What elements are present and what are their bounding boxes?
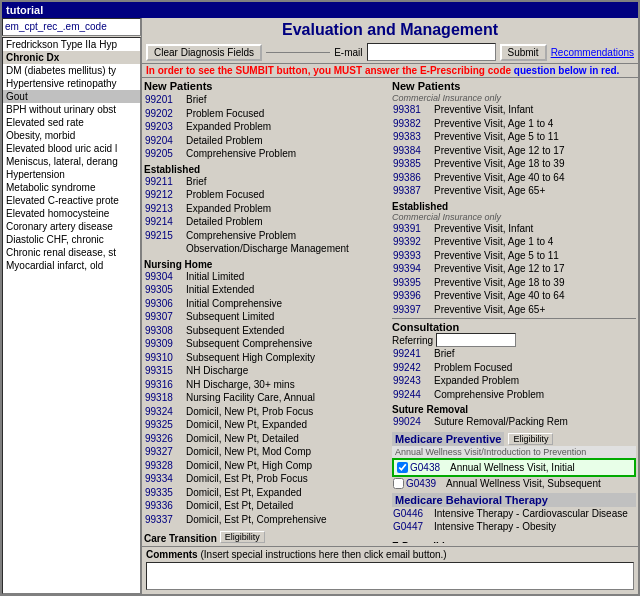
list-item[interactable]: Coronary artery disease [3,220,140,233]
list-item[interactable]: Metabolic syndrome [3,181,140,194]
code-item[interactable]: 99384Preventive Visit, Age 12 to 17 [392,144,636,158]
suture-row: Suture Removal [392,401,636,415]
code-item[interactable]: 99335Domicil, Est Pt, Expanded [144,486,388,500]
code-item[interactable]: 99391Preventive Visit, Infant [392,222,636,236]
code-item[interactable]: 99306Initial Comprehensive [144,297,388,311]
code-item[interactable]: 99325Domicil, New Pt, Expanded [144,418,388,432]
code-item[interactable]: 99304Initial Limited [144,270,388,284]
code-item[interactable]: 99334Domicil, Est Pt, Prob Focus [144,472,388,486]
code-item[interactable]: 99310Subsequent High Complexity [144,351,388,365]
list-item[interactable]: Hypertensive retinopathy [3,77,140,90]
list-item[interactable]: Elevated blood uric acid l [3,142,140,155]
code-item[interactable]: 99201Brief [144,93,388,107]
code-item[interactable]: 99386Preventive Visit, Age 40 to 64 [392,171,636,185]
code-item[interactable]: 99397Preventive Visit, Age 65+ [392,303,636,317]
list-item[interactable]: Meniscus, lateral, derang [3,155,140,168]
submit-button[interactable]: Submit [500,44,547,61]
eprescribing-title: E-Prescribing [392,541,636,544]
code-item[interactable]: G0446Intensive Therapy - Cardiovascular … [392,507,636,521]
code-item[interactable]: 99381Preventive Visit, Infant [392,103,636,117]
care-transition-header: Care Transition Eligibility [144,530,388,543]
left-list[interactable]: Fredrickson Type IIa Hyp Chronic Dx DM (… [2,37,141,594]
new-patients-left-list: 99201Brief 99202Problem Focused 99203Exp… [144,93,388,161]
list-item[interactable]: Elevated sed rate [3,116,140,129]
list-item[interactable]: Hypertension [3,168,140,181]
code-item[interactable]: 99324Domicil, New Pt, Prob Focus [144,405,388,419]
code-item[interactable]: 99396Preventive Visit, Age 40 to 64 [392,289,636,303]
g0439-checkbox[interactable] [393,478,404,489]
code-item[interactable]: 99307Subsequent Limited [144,310,388,324]
recommendations-link[interactable]: Recommendations [551,47,634,58]
code-item[interactable]: 99387Preventive Visit, Age 65+ [392,184,636,198]
right-area: Evaluation and Management Clear Diagnosi… [142,18,638,594]
code-item[interactable]: 99336Domicil, Est Pt, Detailed [144,499,388,513]
code-item[interactable]: 99241Brief [392,347,636,361]
established-left-list: 99211Brief 99212Problem Focused 99213Exp… [144,175,388,256]
list-item[interactable]: Chronic renal disease, st [3,246,140,259]
code-item[interactable]: 99203Expanded Problem [144,120,388,134]
list-item[interactable]: Elevated C-reactive prote [3,194,140,207]
code-item[interactable]: G0447Intensive Therapy - Obesity [392,520,636,534]
list-item-gout[interactable]: Gout [3,90,140,103]
code-item[interactable]: 99244Comprehensive Problem [392,388,636,402]
code-item[interactable]: 99316NH Discharge, 30+ mins [144,378,388,392]
code-item[interactable]: 99202Problem Focused [144,107,388,121]
code-item[interactable]: 99327Domicil, New Pt, Mod Comp [144,445,388,459]
code-item[interactable]: 99383Preventive Visit, Age 5 to 11 [392,130,636,144]
code-item[interactable]: 99212Problem Focused [144,188,388,202]
code-item[interactable]: 99211Brief [144,175,388,189]
code-item[interactable]: 99215Comprehensive Problem [144,229,388,243]
main-body: New Patients 99201Brief 99202Problem Foc… [142,78,638,543]
comments-textarea[interactable] [146,562,634,590]
code-item[interactable]: 99213Expanded Problem [144,202,388,216]
list-item[interactable]: Diastolic CHF, chronic [3,233,140,246]
code-item[interactable]: 99305Initial Extended [144,283,388,297]
chronic-dx-header: Chronic Dx [3,51,140,64]
list-item[interactable]: Elevated homocysteine [3,207,140,220]
code-item[interactable]: 99243Expanded Problem [392,374,636,388]
medicare-g0438-box: G0438 Annual Wellness Visit, Initial [392,458,636,478]
new-patients-right-list: 99381Preventive Visit, Infant 99382Preve… [392,103,636,198]
code-item[interactable]: 99328Domicil, New Pt, High Comp [144,459,388,473]
referring-input[interactable] [436,333,516,347]
list-item[interactable]: Fredrickson Type IIa Hyp [3,38,140,51]
new-patients-right-title: New Patients [392,80,636,92]
code-item[interactable]: 99315NH Discharge [144,364,388,378]
new-patients-left-title: New Patients [144,80,388,92]
code-item[interactable]: 99242Problem Focused [392,361,636,375]
g0438-checkbox[interactable] [397,462,408,473]
care-transition-title: Care Transition [144,533,217,543]
code-item[interactable]: 99395Preventive Visit, Age 18 to 39 [392,276,636,290]
g0439-checkbox-label[interactable]: G0439 Annual Wellness Visit, Subsequent [392,477,636,491]
left-panel-field[interactable]: em_cpt_rec_.em_code [2,18,141,36]
code-item[interactable]: 99382Preventive Visit, Age 1 to 4 [392,117,636,131]
email-input[interactable] [367,43,496,61]
code-item[interactable]: 99024Suture Removal/Packing Rem [392,415,636,429]
list-item[interactable]: Myocardial infarct, old [3,259,140,272]
warning-normal: In order to see the [146,65,235,76]
g0438-checkbox-label[interactable]: G0438 Annual Wellness Visit, Initial [396,461,632,475]
code-item[interactable]: 99392Preventive Visit, Age 1 to 4 [392,235,636,249]
code-item[interactable]: Observation/Discharge Management [144,242,388,256]
code-item[interactable]: 99385Preventive Visit, Age 18 to 39 [392,157,636,171]
code-item[interactable]: 99318Nursing Facility Care, Annual [144,391,388,405]
care-transition-eligibility-btn[interactable]: Eligibility [220,531,265,543]
care-transition-section: Care Transition Eligibility 99495Transit… [144,530,388,543]
list-item[interactable]: Obesity, morbid [3,129,140,142]
code-item[interactable]: 99394Preventive Visit, Age 12 to 17 [392,262,636,276]
clear-button[interactable]: Clear Diagnosis Fields [146,44,262,61]
medicare-eligibility-btn[interactable]: Eligibility [508,433,553,445]
warning-blue: question below in red. [511,65,619,76]
code-item[interactable]: 99309Subsequent Comprehensive [144,337,388,351]
list-item[interactable]: DM (diabetes mellitus) ty [3,64,140,77]
code-item[interactable]: 99337Domicil, Est Pt, Comprehensive [144,513,388,527]
code-item[interactable]: 99326Domicil, New Pt, Detailed [144,432,388,446]
list-item[interactable]: BPH without urinary obst [3,103,140,116]
medicare-note: Annual Wellness Visit/Introduction to Pr… [392,446,636,458]
code-item[interactable]: 99214Detailed Problem [144,215,388,229]
code-item[interactable]: 99393Preventive Visit, Age 5 to 11 [392,249,636,263]
referring-row: Referring [392,333,636,347]
code-item[interactable]: 99204Detailed Problem [144,134,388,148]
code-item[interactable]: 99205Comprehensive Problem [144,147,388,161]
code-item[interactable]: 99308Subsequent Extended [144,324,388,338]
